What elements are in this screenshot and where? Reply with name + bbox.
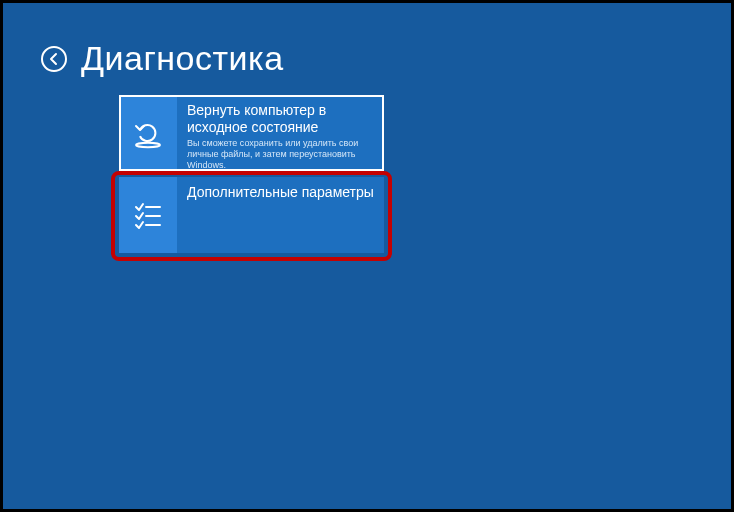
tile-advanced-body: Дополнительные параметры <box>177 177 384 207</box>
checklist-icon <box>131 198 165 232</box>
tile-list: Вернуть компьютер в исходное состояние В… <box>119 95 384 259</box>
header: Диагностика <box>41 39 284 78</box>
tile-reset-pc[interactable]: Вернуть компьютер в исходное состояние В… <box>119 95 384 171</box>
arrow-left-icon <box>47 52 61 66</box>
troubleshoot-screen: Диагностика Вернуть компьютер в исходное… <box>0 0 734 512</box>
svg-point-0 <box>136 143 160 147</box>
tile-reset-body: Вернуть компьютер в исходное состояние В… <box>177 95 384 175</box>
page-title: Диагностика <box>81 39 284 78</box>
back-button[interactable] <box>41 46 67 72</box>
reset-icon <box>130 115 166 151</box>
tile-advanced-icon-wrap <box>119 177 177 253</box>
tile-reset-title: Вернуть компьютер в исходное состояние <box>187 102 376 136</box>
tile-reset-desc: Вы сможете сохранить или удалить свои ли… <box>187 138 376 172</box>
tile-advanced-options[interactable]: Дополнительные параметры <box>119 177 384 253</box>
tile-reset-icon-wrap <box>119 95 177 171</box>
tile-advanced-title: Дополнительные параметры <box>187 184 376 201</box>
